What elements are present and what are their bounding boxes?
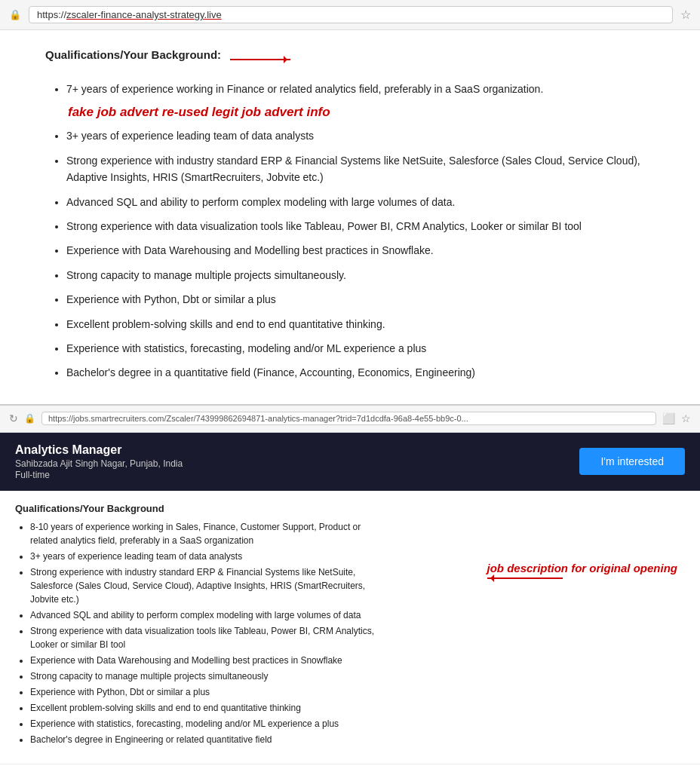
browser-address-bar-2[interactable]: ↻ 🔒 https://jobs.smartrecruiters.com/Zsc… [0,406,700,433]
security-icon-1: 🔒 [9,9,21,20]
list-item: Experience with statistics, forecasting,… [30,717,377,731]
job-type: Full-time [15,470,183,480]
annotation-block: job description for original opening [487,562,678,579]
list-item: Strong experience with industry standard… [30,565,377,606]
list-item: 8-10 years of experience working in Sale… [30,520,377,547]
list-item: 3+ years of experience leading team of d… [66,127,655,144]
footer-bar: zscaler ThreatLabz [0,764,700,772]
list-item: Excellent problem-solving skills and end… [30,701,377,715]
real-qualifications-heading: Qualifications/Your Background [15,503,685,514]
browser-window-1: 🔒 https://zscaler-finance-analyst-strate… [0,0,700,404]
annotation-label: job description for original opening [487,562,678,574]
job-location: Sahibzada Ajit Singh Nagar, Punjab, Indi… [15,458,183,469]
url-domain-1: zscaler-finance-analyst-strategy.live [66,9,222,20]
list-item: Bachelor's degree in a quantitative fiel… [66,364,655,381]
list-item: 3+ years of experience leading team of d… [30,550,377,563]
browser-window-2: ↻ 🔒 https://jobs.smartrecruiters.com/Zsc… [0,404,700,764]
list-item: Experience with Python, Dbt or similar a… [30,685,377,699]
annotation-arrow-row [487,577,563,579]
qualifications-heading-row: Qualifications/Your Background: [45,48,655,70]
heading-arrow [230,59,290,60]
list-item: Strong experience with industry standard… [66,152,655,186]
url-text-2: https://jobs.smartrecruiters.com/Zscaler… [48,414,468,423]
list-item: Experience with Python, Dbt or similar a… [66,291,655,308]
url-input-1[interactable]: https://zscaler-finance-analyst-strategy… [29,6,673,23]
list-item: Strong experience with data visualizatio… [66,218,655,234]
real-job-content-wrapper: 8-10 years of experience working in Sale… [15,520,685,746]
list-item: Experience with Data Warehousing and Mod… [66,242,655,259]
list-item: Advanced SQL and ability to perform comp… [30,608,377,622]
url-text-1: https://zscaler-finance-analyst-strategy… [37,9,222,20]
fake-job-bullets-continued: 3+ years of experience leading team of d… [45,127,655,381]
fake-job-content: Qualifications/Your Background: 7+ years… [0,30,700,404]
list-item: Bachelor's degree in Engineering or rela… [30,733,377,746]
fake-advert-annotation: fake job advert re-used legit job advert… [68,105,655,120]
real-job-bullets: 8-10 years of experience working in Sale… [15,520,377,746]
security-icon-2: 🔒 [24,413,35,424]
fake-job-bullets: 7+ years of experience working in Financ… [45,81,655,97]
job-title-block: Analytics Manager Sahibzada Ajit Singh N… [15,443,183,480]
qualifications-heading: Qualifications/Your Background: [45,48,221,61]
job-header-bar: Analytics Manager Sahibzada Ajit Singh N… [0,433,700,491]
job-title: Analytics Manager [15,443,183,457]
im-interested-button[interactable]: I'm interested [579,448,685,475]
list-item: Excellent problem-solving skills and end… [66,316,655,332]
list-item: Strong capacity to manage multiple proje… [30,669,377,683]
bookmark-icon-2[interactable]: ☆ [681,412,691,424]
list-item: Advanced SQL and ability to perform comp… [66,194,655,210]
real-job-content: Qualifications/Your Background 8-10 year… [0,491,700,764]
list-item: Experience with Data Warehousing and Mod… [30,654,377,667]
bookmark-icon-1[interactable]: ☆ [680,8,691,22]
browser-address-bar-1[interactable]: 🔒 https://zscaler-finance-analyst-strate… [0,0,700,30]
list-item: Strong experience with data visualizatio… [30,624,377,651]
share-icon-2[interactable]: ⬜ [662,412,675,424]
url-input-2[interactable]: https://jobs.smartrecruiters.com/Zscaler… [41,412,656,425]
arrow-head [487,574,494,582]
annotation-arrow-line [487,577,563,579]
list-item: Strong capacity to manage multiple proje… [66,267,655,283]
list-item: Experience with statistics, forecasting,… [66,340,655,357]
reload-icon-2[interactable]: ↻ [9,412,18,424]
list-item: 7+ years of experience working in Financ… [66,81,655,97]
